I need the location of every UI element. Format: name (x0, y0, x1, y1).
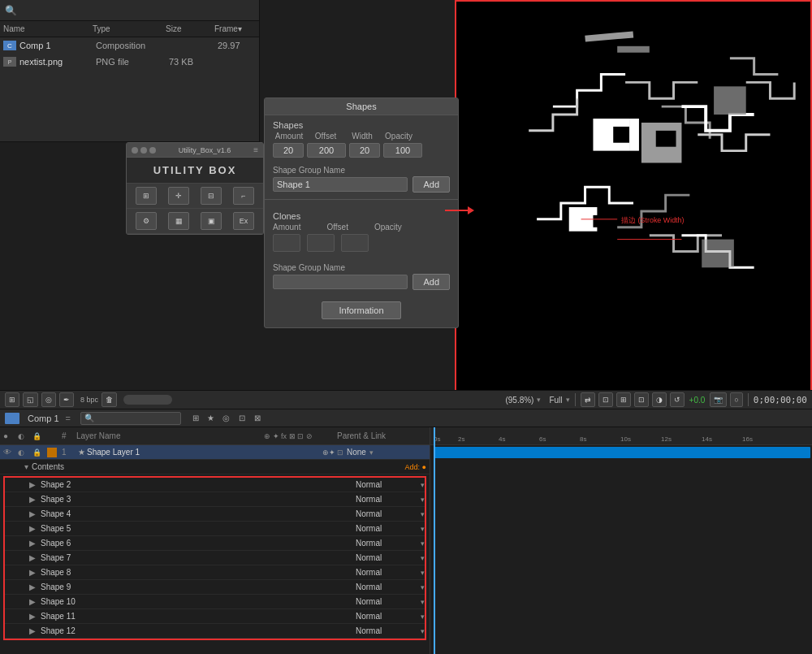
toolbar-icon-4[interactable]: ⊡ (634, 392, 649, 407)
toolbar-trash[interactable]: 🗑 (102, 392, 117, 407)
toolbar-tool-3[interactable]: ◎ (41, 392, 56, 407)
shape-9-mode-arrow[interactable]: ▾ (421, 583, 425, 591)
clones-inputs-row (273, 234, 450, 252)
timeline-left-panel: ● ◐ 🔒 # Layer Name ⊕ ✦ fx ⊠ ⊡ ⊘ Parent &… (0, 427, 430, 654)
shape-row-8[interactable]: ▶ Shape 8 Normal ▾ (5, 565, 425, 580)
toolbar-icon-3[interactable]: ⊞ (616, 392, 631, 407)
tl-btn-4[interactable]: ⊡ (235, 412, 248, 425)
utility-box-menu-icon[interactable]: ≡ (253, 145, 258, 154)
shape-10-mode-arrow[interactable]: ▾ (421, 598, 425, 606)
clones-add-button[interactable]: Add (412, 274, 450, 290)
shape-row-9[interactable]: ▶ Shape 9 Normal ▾ (5, 580, 425, 595)
dot-minimize[interactable] (140, 147, 147, 154)
shape-row-11[interactable]: ▶ Shape 11 Normal ▾ (5, 609, 425, 624)
shapes-offset-input[interactable] (307, 143, 346, 158)
ub-btn-bracket[interactable]: ⌐ (233, 187, 254, 205)
tl-btn-1[interactable]: ⊞ (189, 412, 202, 425)
shape-4-mode-arrow[interactable]: ▾ (421, 510, 425, 518)
shape-row-3[interactable]: ▶ Shape 3 Normal ▾ (5, 492, 425, 507)
shape-5-mode: Normal (356, 524, 421, 533)
shape-11-mode-arrow[interactable]: ▾ (421, 613, 425, 621)
toolbar-tool-1[interactable]: ⊞ (5, 392, 19, 407)
shape-row-4[interactable]: ▶ Shape 4 Normal ▾ (5, 507, 425, 522)
shapes-info-button[interactable]: Information (322, 301, 400, 319)
shapes-add-button[interactable]: Add (412, 176, 450, 193)
ub-btn-plus[interactable]: ✛ (168, 187, 189, 205)
clones-amount-input[interactable] (273, 234, 300, 252)
dialog-to-preview-arrow (445, 210, 469, 211)
contents-row[interactable]: ▾ Contents Add: ● (0, 460, 430, 474)
shape-7-mode-arrow[interactable]: ▾ (421, 554, 425, 562)
toolbar-camera[interactable]: 📷 (710, 392, 727, 407)
toolbar-circle[interactable]: ○ (730, 392, 742, 407)
ub-btn-grid[interactable]: ⊞ (136, 187, 157, 205)
shapes-opacity-input[interactable] (383, 143, 422, 158)
shape-6-mode-arrow[interactable]: ▾ (421, 539, 425, 548)
shape-row-2[interactable]: ▶ Shape 2 Normal ▾ (5, 478, 425, 492)
layer-vis-toggle[interactable]: 👁 (3, 448, 18, 457)
shape-7-name: Shape 7 (41, 553, 356, 562)
shape-3-mode-arrow[interactable]: ▾ (421, 496, 425, 504)
timeline-search-icon: 🔍 (84, 414, 94, 422)
layer-parent-icon: ⊡ (337, 448, 343, 457)
tl-btn-5[interactable]: ⊠ (251, 412, 264, 425)
shape-8-mode-arrow[interactable]: ▾ (421, 569, 425, 577)
layer-lock-toggle[interactable]: 🔒 (32, 448, 47, 457)
shape-row-6[interactable]: ▶ Shape 6 Normal ▾ (5, 536, 425, 551)
col-vis-header: ● (3, 431, 18, 440)
ruler-10s: 10s (620, 435, 631, 443)
shape-row-12[interactable]: ▶ Shape 12 Normal ▾ (5, 624, 425, 639)
playhead[interactable] (434, 427, 435, 654)
project-search-input[interactable] (20, 6, 254, 15)
timeline-header-bar: Comp 1 = 🔍 ⊞ ★ ◎ ⊡ ⊠ (0, 409, 812, 427)
shape-5-mode-arrow[interactable]: ▾ (421, 525, 425, 533)
dot-close[interactable] (132, 147, 138, 154)
shape-row-7[interactable]: ▶ Shape 7 Normal ▾ (5, 551, 425, 565)
dot-maximize[interactable] (149, 147, 156, 154)
project-panel: 🔍 Name Type Size Frame▾ C Comp 1 Composi… (0, 0, 260, 142)
toolbar-refresh[interactable]: ↺ (670, 392, 685, 407)
layer-switches-icons: ⊕✦ (322, 448, 335, 457)
shape-row-10[interactable]: ▶ Shape 10 Normal ▾ (5, 595, 425, 609)
utility-box-titlebar: Utility_Box_v1.6 ≡ (127, 143, 263, 158)
toolbar-icon-1[interactable]: ⇄ (581, 392, 595, 407)
shape-9-name: Shape 9 (41, 583, 356, 591)
shapes-dialog-title: Shapes (265, 98, 458, 115)
ub-btn-gear[interactable]: ⚙ (136, 212, 157, 230)
timeline-search-input[interactable] (96, 414, 177, 422)
ub-btn-grid3[interactable]: ▦ (168, 212, 189, 230)
project-item-comp1[interactable]: C Comp 1 Composition 29.97 (0, 37, 259, 54)
clones-group-name-input[interactable] (273, 275, 408, 289)
toolbar-pen-tool[interactable]: ✒ (59, 392, 74, 407)
add-label[interactable]: Add: ● (405, 463, 426, 471)
toolbar-icon-2[interactable]: ⊡ (598, 392, 613, 407)
tl-btn-2[interactable]: ★ (205, 412, 218, 425)
ub-btn-grid2[interactable]: ⊟ (201, 187, 222, 205)
ub-btn-ex[interactable]: Ex (233, 212, 254, 230)
shape-row-5[interactable]: ▶ Shape 5 Normal ▾ (5, 522, 425, 536)
ruler-8s: 8s (580, 435, 586, 443)
layer-parent-cell: ⊡ None ▾ (337, 448, 426, 457)
toolbar-tool-2[interactable]: ◱ (23, 392, 38, 407)
shape-5-arrow: ▶ (29, 524, 37, 533)
preview-canvas: 描边 (Stroke Width) (456, 2, 810, 409)
ub-btn-cam[interactable]: ▣ (201, 212, 222, 230)
timeline-search-box[interactable]: 🔍 (80, 412, 181, 425)
shapes-group-name-input[interactable] (273, 177, 408, 192)
layer-favorite-star[interactable]: ★ (78, 448, 85, 457)
timeline-layer-1-bar-row (430, 445, 812, 460)
shapes-amount-input[interactable] (273, 143, 304, 158)
project-item-nextist[interactable]: P nextist.png PNG file 73 KB (0, 54, 259, 70)
layer-parent-none: None (347, 448, 366, 457)
shape-2-mode-arrow[interactable]: ▾ (421, 481, 425, 489)
svg-rect-7 (656, 131, 676, 147)
shape-12-mode-arrow[interactable]: ▾ (421, 627, 425, 635)
layer-row-1[interactable]: 👁 ◐ 🔒 1 ★ Shape Layer 1 ⊕✦ ⊡ None ▾ (0, 445, 430, 460)
clones-name-add-row: Add (265, 274, 458, 290)
shapes-width-input[interactable] (349, 143, 380, 158)
tl-btn-3[interactable]: ◎ (220, 412, 233, 425)
clones-offset-input[interactable] (307, 234, 335, 252)
clones-opacity-input[interactable] (341, 234, 369, 252)
toolbar-icon-5[interactable]: ◑ (652, 392, 667, 407)
layer-solo-toggle[interactable]: ◐ (18, 448, 32, 457)
